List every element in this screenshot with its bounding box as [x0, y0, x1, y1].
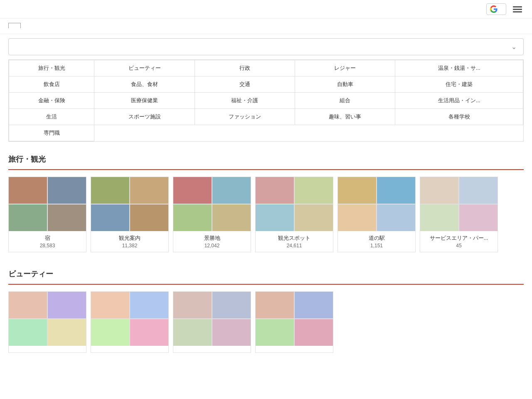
beauty-card-image-cell-3-2 [256, 319, 294, 346]
category-cell-0-1[interactable]: ビューティー [94, 60, 195, 76]
category-cell-0-3[interactable]: レジャー [295, 60, 395, 76]
category-cell-empty [195, 125, 295, 141]
beauty-card-image-cell-3-1 [295, 292, 333, 318]
category-cell-3-1[interactable]: スポーツ施設 [94, 109, 195, 125]
header [0, 0, 532, 19]
beauty-card-image-cell-3-0 [256, 292, 294, 318]
section-title-beauty: ビューティー [8, 269, 524, 279]
card-image-cell-3-0 [256, 177, 294, 204]
category-cell-1-4[interactable]: 住宅・建築 [395, 76, 523, 93]
menu-icon[interactable] [511, 5, 524, 14]
travel-card-info-4: 道の駅1,151 [338, 231, 415, 252]
travel-card-5[interactable]: サービスエリア・パー...45 [420, 177, 498, 252]
travel-card-image-2 [173, 177, 251, 231]
beauty-card-image-cell-0-2 [9, 319, 47, 346]
beauty-card-image-cell-3-3 [295, 319, 333, 346]
card-image-cell-2-2 [173, 204, 212, 231]
beauty-card-grid [0, 291, 532, 361]
card-image-cell-2-0 [173, 177, 212, 204]
region-selector[interactable]: ⌄ [8, 38, 524, 55]
beauty-card-image-cell-0-0 [9, 292, 47, 318]
travel-card-image-3 [256, 177, 333, 231]
travel-card-count-3: 24,611 [259, 243, 330, 249]
breadcrumb-tab[interactable] [8, 23, 21, 28]
beauty-card-image-cell-1-2 [91, 319, 129, 346]
section-beauty: ビューティー [0, 261, 532, 279]
category-cell-0-2[interactable]: 行政 [195, 60, 295, 76]
beauty-card-info-3 [256, 346, 333, 352]
travel-card-count-4: 1,151 [341, 243, 412, 249]
card-image-cell-3-2 [256, 204, 294, 231]
category-cell-2-0[interactable]: 金融・保険 [9, 93, 94, 109]
category-cell-empty [395, 125, 523, 141]
travel-card-2[interactable]: 景勝地12,042 [173, 177, 251, 252]
category-cell-2-1[interactable]: 医療保健業 [94, 93, 195, 109]
beauty-card-image-cell-0-1 [48, 292, 86, 318]
category-cell-0-0[interactable]: 旅行・観光 [9, 60, 94, 76]
travel-card-count-0: 28,583 [12, 243, 83, 249]
beauty-card-image-cell-0-3 [48, 319, 86, 346]
travel-card-0[interactable]: 宿28,583 [8, 177, 86, 252]
region-arrow: ⌄ [511, 43, 517, 51]
travel-card-info-2: 景勝地12,042 [173, 231, 251, 252]
beauty-card-image-cell-1-1 [130, 292, 168, 318]
card-image-cell-2-3 [212, 204, 251, 231]
category-cell-1-0[interactable]: 飲食店 [9, 76, 94, 93]
card-image-cell-3-3 [295, 204, 333, 231]
card-image-cell-4-3 [377, 204, 415, 231]
card-image-cell-5-2 [420, 204, 458, 231]
card-image-cell-2-1 [212, 177, 251, 204]
category-cell-2-4[interactable]: 生活用品・イン... [395, 93, 523, 109]
travel-card-image-5 [420, 177, 498, 231]
travel-card-info-3: 観光スポット24,611 [256, 231, 333, 252]
beauty-card-1[interactable] [91, 291, 169, 353]
category-cell-1-2[interactable]: 交通 [195, 76, 295, 93]
travel-card-4[interactable]: 道の駅1,151 [337, 177, 416, 252]
category-table: 旅行・観光ビューティー行政レジャー温泉・銭湯・サ...飲食店食品、食材交通自動車… [9, 60, 523, 141]
travel-card-grid: 宿28,583観光案内11,382景勝地12,042観光スポット24,611道の… [0, 177, 532, 261]
category-cell-3-3[interactable]: 趣味、習い事 [295, 109, 395, 125]
card-image-cell-0-1 [48, 177, 86, 204]
menu-line-2 [513, 9, 522, 10]
travel-card-info-1: 観光案内11,382 [91, 231, 168, 252]
card-image-cell-1-2 [91, 204, 129, 231]
beauty-card-image-cell-1-0 [91, 292, 129, 318]
category-cell-0-4[interactable]: 温泉・銭湯・サ... [395, 60, 523, 76]
category-cell-1-3[interactable]: 自動車 [295, 76, 395, 93]
travel-card-count-1: 11,382 [94, 243, 165, 249]
travel-card-info-0: 宿28,583 [9, 231, 86, 252]
category-cell-empty [94, 125, 195, 141]
travel-card-count-2: 12,042 [177, 243, 247, 249]
beauty-card-2[interactable] [173, 291, 251, 353]
travel-card-3[interactable]: 観光スポット24,611 [255, 177, 333, 252]
card-image-cell-3-1 [295, 177, 333, 204]
beauty-card-image-cell-1-3 [130, 319, 168, 346]
card-image-cell-0-3 [48, 204, 86, 231]
travel-card-name-1: 観光案内 [94, 234, 165, 242]
category-cell-3-4[interactable]: 各種学校 [395, 109, 523, 125]
beauty-card-0[interactable] [8, 291, 86, 353]
category-cell-4-0[interactable]: 専門職 [9, 125, 94, 141]
category-cell-2-3[interactable]: 組合 [295, 93, 395, 109]
beauty-card-image-2 [173, 292, 251, 346]
beauty-card-info-1 [91, 346, 168, 352]
header-right [486, 3, 524, 15]
category-cell-3-2[interactable]: ファッション [195, 109, 295, 125]
breadcrumb-bar [0, 19, 532, 34]
language-selector[interactable] [486, 3, 506, 15]
category-cell-2-2[interactable]: 福祉・介護 [195, 93, 295, 109]
card-image-cell-1-1 [130, 177, 168, 204]
travel-card-name-0: 宿 [12, 234, 83, 242]
category-cell-3-0[interactable]: 生活 [9, 109, 94, 125]
category-cell-1-1[interactable]: 食品、食材 [94, 76, 195, 93]
category-cell-empty [295, 125, 395, 141]
travel-card-1[interactable]: 観光案内11,382 [91, 177, 169, 252]
travel-card-image-1 [91, 177, 168, 231]
card-image-cell-1-0 [91, 177, 129, 204]
beauty-card-image-3 [256, 292, 333, 346]
beauty-card-image-0 [9, 292, 86, 346]
beauty-card-image-cell-2-3 [212, 319, 251, 346]
beauty-card-3[interactable] [255, 291, 333, 353]
section-travel: 旅行・観光 [0, 146, 532, 164]
section-title-travel: 旅行・観光 [8, 154, 524, 164]
